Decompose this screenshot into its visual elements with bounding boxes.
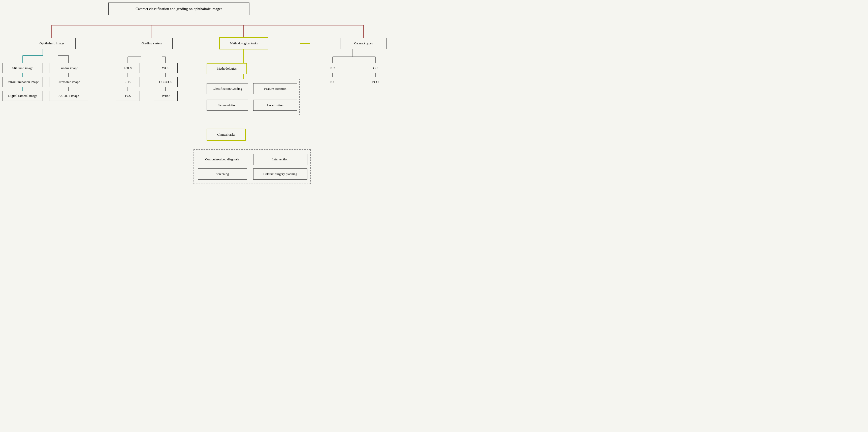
- methodologies-node: Methodologies: [207, 63, 247, 74]
- feature-extraction-node: Feature extration: [253, 83, 297, 94]
- computer-aided-node: Computer-aided diagnosis: [198, 154, 247, 165]
- classification-grading-node: Classification/Grading: [207, 83, 248, 94]
- segmentation-node: Segmentation: [207, 99, 248, 111]
- localization-node: Localization: [253, 99, 297, 111]
- ophthalmic-image-node: Ophthalmic image: [28, 38, 75, 49]
- nc-node: NC: [320, 63, 345, 73]
- psc-node: PSC: [320, 77, 345, 87]
- who-node: WHO: [154, 91, 178, 101]
- fcs-node: FCS: [116, 91, 140, 101]
- slit-lamp-node: Slit lamp image: [2, 63, 43, 73]
- methodological-tasks-node: Methodological tasks: [219, 37, 268, 50]
- wgs-node: WGS: [154, 63, 178, 73]
- cc-node: CC: [363, 63, 388, 73]
- cataract-types-node: Cataract types: [340, 38, 387, 49]
- diagram: Cataract classification and grading on o…: [0, 0, 434, 216]
- clinical-tasks-node: Clinical tasks: [207, 128, 246, 141]
- cataract-surgery-node: Cataract surgery planning: [253, 169, 307, 179]
- retroillumination-node: Retroillumination image: [2, 77, 43, 87]
- as-oct-node: AS-OCT image: [49, 91, 88, 101]
- root-node: Cataract classification and grading on o…: [108, 2, 249, 15]
- screening-node: Screening: [198, 169, 247, 179]
- occcgs-node: OCCCGS: [154, 77, 178, 87]
- intervention-node: Intervention: [253, 154, 307, 165]
- pco-node: PCO: [363, 77, 388, 87]
- jhs-node: JHS: [116, 77, 140, 87]
- ultrasonic-node: Ultrasonic image: [49, 77, 88, 87]
- locs-node: LOCS: [116, 63, 140, 73]
- grading-system-node: Grading system: [131, 38, 173, 49]
- digital-camera-node: Digital cameral image: [2, 91, 43, 101]
- fundus-node: Fundus image: [49, 63, 88, 73]
